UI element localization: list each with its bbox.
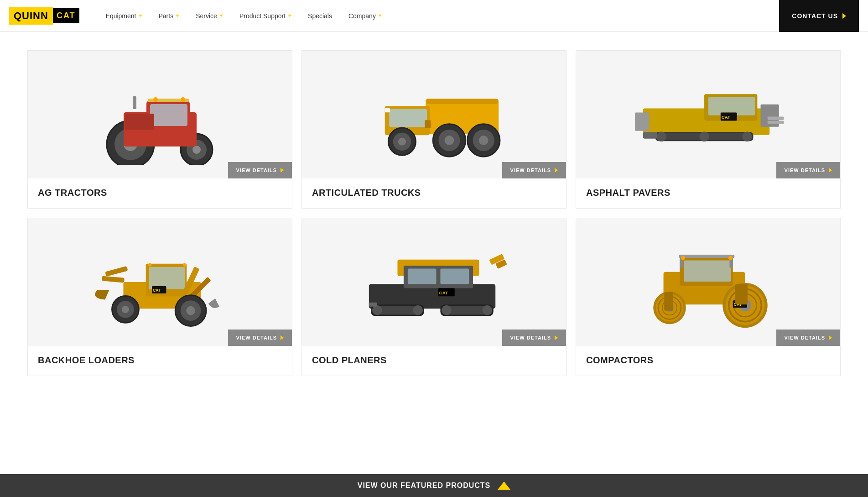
svg-rect-43 <box>767 116 784 120</box>
nav-parts[interactable]: Parts <box>151 0 188 32</box>
svg-rect-81 <box>684 261 731 282</box>
svg-rect-27 <box>385 108 390 112</box>
chevron-down-icon <box>219 15 223 17</box>
svg-rect-9 <box>125 114 154 130</box>
view-details-backhoe-loaders[interactable]: VIEW DETAILS <box>228 330 292 346</box>
svg-rect-46 <box>149 267 185 289</box>
product-card-cold-planers: CAT VIEW DETAILS <box>301 218 567 376</box>
svg-rect-84 <box>679 255 734 258</box>
product-image-compactors: CAT VIEW DETAILS <box>576 218 840 346</box>
svg-point-20 <box>444 136 454 145</box>
product-name-asphalt-pavers: ASPHALT PAVERS <box>576 178 840 208</box>
svg-point-5 <box>192 146 201 154</box>
product-card-asphalt-pavers: CAT VIEW DETAILS <box>576 50 841 209</box>
svg-rect-42 <box>767 120 784 124</box>
product-name-compactors: COMPACTORS <box>576 346 840 376</box>
planer-image: CAT <box>357 232 512 332</box>
svg-point-38 <box>656 132 666 141</box>
svg-point-97 <box>681 256 685 260</box>
product-name-cold-planers: COLD PLANERS <box>302 346 566 376</box>
contact-us-button[interactable]: CONTACT US <box>779 0 859 32</box>
svg-point-74 <box>372 305 382 315</box>
svg-rect-47 <box>105 266 128 277</box>
arrow-right-icon <box>555 335 558 340</box>
svg-point-40 <box>742 132 752 141</box>
svg-point-75 <box>413 305 422 315</box>
chevron-down-icon <box>288 15 291 17</box>
svg-rect-15 <box>426 99 498 104</box>
tractor-image <box>87 64 233 165</box>
product-card-articulated-trucks: VIEW DETAILS ARTICULATED TRUCKS <box>301 50 567 209</box>
view-details-asphalt-pavers[interactable]: VIEW DETAILS <box>776 162 840 178</box>
view-details-compactors[interactable]: VIEW DETAILS <box>776 330 840 346</box>
svg-point-77 <box>482 305 492 315</box>
svg-rect-78 <box>369 303 377 307</box>
paver-image: CAT <box>631 69 786 160</box>
arrow-right-icon <box>842 13 846 19</box>
svg-rect-28 <box>425 120 431 128</box>
chevron-down-icon <box>139 15 142 17</box>
svg-rect-99 <box>664 292 673 310</box>
svg-point-56 <box>186 306 195 315</box>
logo-cat: CAT <box>53 8 79 23</box>
backhoe-image: CAT <box>83 232 238 332</box>
arrow-right-icon <box>281 335 284 340</box>
svg-text:CAT: CAT <box>152 288 161 293</box>
product-image-asphalt-pavers: CAT VIEW DETAILS <box>576 51 840 178</box>
logo[interactable]: QUINN CAT <box>9 7 79 25</box>
svg-point-13 <box>181 97 185 102</box>
product-card-backhoe-loaders: CAT VIEW DETAILS BACKHOE LOADERS <box>27 218 292 376</box>
svg-point-23 <box>478 136 488 145</box>
svg-point-98 <box>728 256 732 260</box>
svg-point-26 <box>398 138 405 146</box>
nav-specials[interactable]: Specials <box>300 0 340 32</box>
arrow-right-icon <box>555 168 558 173</box>
view-details-cold-planers[interactable]: VIEW DETAILS <box>502 330 566 346</box>
svg-text:CAT: CAT <box>721 115 730 120</box>
svg-point-53 <box>121 306 129 313</box>
view-details-ag-tractors[interactable]: VIEW DETAILS <box>228 162 292 178</box>
svg-point-12 <box>153 97 158 102</box>
main-content: VIEW DETAILS AG TRACTORS <box>0 32 868 403</box>
svg-rect-41 <box>643 132 657 138</box>
main-header: QUINN CAT Equipment Parts Service Produc… <box>0 0 868 32</box>
chevron-down-icon <box>176 15 179 17</box>
view-details-articulated-trucks[interactable]: VIEW DETAILS <box>502 162 566 178</box>
logo-quinn: QUINN <box>9 7 53 25</box>
svg-rect-8 <box>150 104 187 126</box>
nav-equipment[interactable]: Equipment <box>98 0 151 32</box>
arrow-right-icon <box>829 335 832 340</box>
svg-rect-17 <box>389 109 427 127</box>
svg-point-39 <box>699 132 709 141</box>
svg-point-76 <box>442 305 451 315</box>
svg-rect-65 <box>440 268 469 284</box>
product-name-articulated-trucks: ARTICULATED TRUCKS <box>302 178 566 208</box>
arrow-right-icon <box>281 168 284 173</box>
product-image-ag-tractors: VIEW DETAILS <box>28 51 292 178</box>
product-name-ag-tractors: AG TRACTORS <box>28 178 292 208</box>
product-grid: VIEW DETAILS AG TRACTORS <box>27 50 841 376</box>
nav-service[interactable]: Service <box>187 0 231 32</box>
svg-point-59 <box>148 263 151 267</box>
product-name-backhoe-loaders: BACKHOE LOADERS <box>28 346 292 376</box>
arrow-right-icon <box>829 168 832 173</box>
chevron-down-icon <box>378 15 382 17</box>
truck-image <box>361 69 507 160</box>
product-image-articulated-trucks: VIEW DETAILS <box>302 51 566 178</box>
svg-rect-48 <box>102 276 125 283</box>
main-nav: Equipment Parts Service Product Support … <box>98 0 780 32</box>
product-image-backhoe-loaders: CAT VIEW DETAILS <box>28 218 292 346</box>
svg-point-60 <box>183 263 186 267</box>
nav-company[interactable]: Company <box>340 0 390 32</box>
compactor-image: CAT <box>631 232 786 332</box>
svg-rect-64 <box>407 268 436 284</box>
svg-rect-10 <box>133 96 136 109</box>
svg-rect-32 <box>634 113 649 131</box>
nav-product-support[interactable]: Product Support <box>231 0 300 32</box>
product-card-compactors: CAT VIEW DETAILS <box>576 218 841 376</box>
product-image-cold-planers: CAT VIEW DETAILS <box>302 218 566 346</box>
svg-text:CAT: CAT <box>439 290 447 295</box>
product-card-ag-tractors: VIEW DETAILS AG TRACTORS <box>27 50 292 209</box>
svg-rect-100 <box>735 284 748 304</box>
